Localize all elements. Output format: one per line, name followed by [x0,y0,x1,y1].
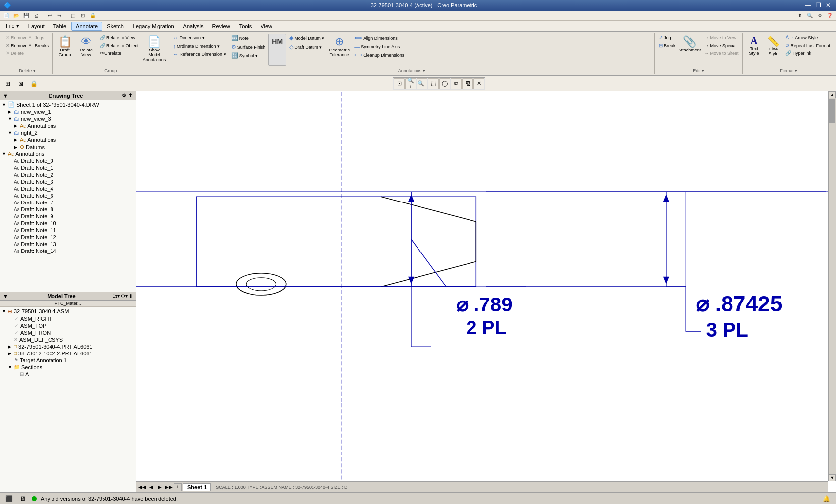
redo-button[interactable]: ↪ [55,11,64,20]
undo-button[interactable]: ↩ [45,11,54,20]
menu-view[interactable]: View [257,22,276,30]
zoom-fit-button[interactable]: ⊡ [394,78,405,89]
reset-button[interactable]: ✕ [473,78,484,89]
menu-file[interactable]: File ▾ [2,22,23,30]
list-item[interactable]: ▶ Aε Draft: Note_6 [0,192,136,199]
toggle[interactable]: ▶ [14,137,20,142]
vertical-scrollbar[interactable]: ▲ ▼ [828,91,836,481]
model-tree-settings-button[interactable]: ⬆ [129,293,133,299]
symbol-button[interactable]: 🔣 Symbol ▾ [229,51,268,60]
list-item[interactable]: ▶ ⊟ A [0,371,136,378]
list-item[interactable]: ▶ Aε Draft: Note_2 [0,171,136,178]
scrollbar-up-button[interactable]: ▲ [829,91,836,98]
list-item[interactable]: ▶ ⊕ Datums [0,143,136,151]
list-item[interactable]: ▶ 🗂 new_view_1 [0,108,136,115]
toggle[interactable]: ▼ [8,365,14,370]
close-button[interactable]: ✕ [824,1,832,9]
unrelate-button[interactable]: ✂ Unrelate [98,50,141,57]
show-model-annotations-button[interactable]: 📄 Show ModelAnnotations [142,34,167,64]
dimension-button[interactable]: ↔ Dimension ▾ [171,34,228,42]
list-item[interactable]: ▶ ✕ ASM_DEF_CSYS [0,336,136,343]
relate-view-button[interactable]: 👁 RelateView [76,34,96,59]
status-icon-2[interactable]: 🖥 [18,494,28,504]
toggle[interactable]: ▼ [8,116,14,121]
menu-annotate[interactable]: Annotate [71,22,102,31]
remove-all-breaks-button[interactable]: ✕ Remove All Breaks [4,42,51,49]
list-item[interactable]: ▶ Aε Draft: Note_14 [0,248,136,254]
zoom-out-button[interactable]: 🔍- [417,78,427,89]
status-end-button[interactable]: 🔔 [820,494,832,504]
sheet-tab-1[interactable]: Sheet 1 [183,483,211,491]
menu-tools[interactable]: Tools [235,22,256,30]
print-button[interactable]: 🖨 [32,11,41,20]
list-item[interactable]: ▶ ⟋ ASM_TOP [0,322,136,329]
list-item[interactable]: ▼ 🗂 right_2 [0,129,136,136]
settings-button[interactable]: ⚙ [815,11,824,20]
ordinate-dimension-button[interactable]: ↕ Ordinate Dimension ▾ [171,42,228,50]
add-sheet-button[interactable]: + [174,483,182,491]
list-item[interactable]: ▼ 📁 Sections [0,364,136,371]
model-tree-header[interactable]: ▼ Model Tree 🗂▾ ⚙▾ ⬆ [0,292,136,301]
move-special-button[interactable]: → Move Special [702,42,740,49]
toggle[interactable]: ▶ [8,109,14,114]
text-style-button[interactable]: A TextStyle [745,34,763,58]
open-button[interactable]: 📂 [12,11,21,20]
hm-button[interactable]: HM [268,34,286,66]
list-item[interactable]: ▶ □ 32-79501-3040-4.PRT AL6061 [0,343,136,350]
drawing-tree-expand-icon[interactable]: ⬆ [128,92,133,99]
arrow-style-button[interactable]: A→ Arrow Style [784,34,832,41]
list-item[interactable]: ▶ Aε Annotations [0,122,136,129]
list-item[interactable]: ▼ ⊕ 32-79501-3040-4.ASM [0,308,136,315]
scrollbar-down-button[interactable]: ▼ [829,474,836,481]
remove-all-jogs-button[interactable]: ✕ Remove All Jogs [4,34,46,41]
reference-dimension-button[interactable]: ↔ Reference Dimension ▾ [171,50,228,58]
list-item[interactable]: ▶ Aε Draft: Note_8 [0,206,136,213]
draft-group-button[interactable]: 📋 DraftGroup [55,34,75,59]
model-tree-toggle[interactable]: ⊠ [15,78,27,90]
symmetry-line-axis-button[interactable]: — Symmetry Line Axis [352,43,406,50]
menu-table[interactable]: Table [50,22,70,30]
relate-to-view-button[interactable]: 🔗 Relate to View [98,34,141,41]
draft-datum-button[interactable]: ◇ Draft Datum ▾ [287,43,326,51]
move-to-sheet-button[interactable]: → Move to Sheet [702,50,740,57]
jog-button[interactable]: ↗ Jog [657,34,678,41]
repeat-last-format-button[interactable]: ↺ Repeat Last Format [784,42,832,49]
toggle[interactable]: ▶ [14,145,20,150]
model-tree-filter-button[interactable]: ⚙▾ [121,293,128,299]
model-tree-icons-button[interactable]: 🗂▾ [112,293,120,299]
list-item[interactable]: ▶ Aε Annotations [0,136,136,143]
list-item[interactable]: ▶ Aε Draft: Note_1 [0,164,136,171]
rotate-button[interactable]: ◯ [439,78,450,89]
canvas-area[interactable]: ⌀ .789 2 PL ⌀ .87425 3 PL [136,91,836,492]
cleanup-dimensions-button[interactable]: ⟷ Cleanup Dimensions [352,51,406,59]
toggle[interactable]: ▼ [8,130,14,135]
list-item[interactable]: ▶ ⟋ ASM_FRONT [0,329,136,336]
list-item[interactable]: ▶ Aε Draft: Note_11 [0,227,136,234]
filter-button[interactable]: ⊡ [78,11,87,20]
list-item[interactable]: ▶ ⟋ ASM_RIGHT [0,315,136,322]
new-button[interactable]: 📄 [2,11,11,20]
drawing-tree-settings-icon[interactable]: ⚙ [121,92,127,99]
menu-review[interactable]: Review [209,22,234,30]
help-button[interactable]: ❓ [825,11,834,20]
nav-button[interactable]: ⬆ [795,11,804,20]
hyperlink-button[interactable]: 🔗 Hyperlink [784,50,832,57]
toggle[interactable]: ▶ [14,123,20,128]
line-style-button[interactable]: 📏 LineStyle [764,34,782,58]
break-button[interactable]: ⊟ Break [657,42,678,49]
drawing-tree-toggle[interactable]: ⊞ [2,78,14,90]
delete-button[interactable]: ✕ Delete [4,50,26,57]
wireframe-button[interactable]: 🏗 [462,78,473,89]
toggle[interactable]: ▼ [2,309,8,314]
menu-sketch[interactable]: Sketch [103,22,128,30]
first-sheet-button[interactable]: ◀◀ [138,483,146,491]
status-icon-1[interactable]: ⬛ [4,494,14,504]
list-item[interactable]: ▶ Aε Draft: Note_12 [0,234,136,241]
search-button[interactable]: 🔍 [805,11,814,20]
menu-layout[interactable]: Layout [24,22,49,30]
minimize-button[interactable]: — [804,1,812,9]
list-item[interactable]: ▶ □ 38-73012-1002-2.PRT AL6061 [0,350,136,357]
move-to-view-button[interactable]: → Move to View [702,34,740,41]
toggle[interactable]: ▶ [8,351,14,356]
zoom-in-button[interactable]: 🔍+ [405,78,416,89]
